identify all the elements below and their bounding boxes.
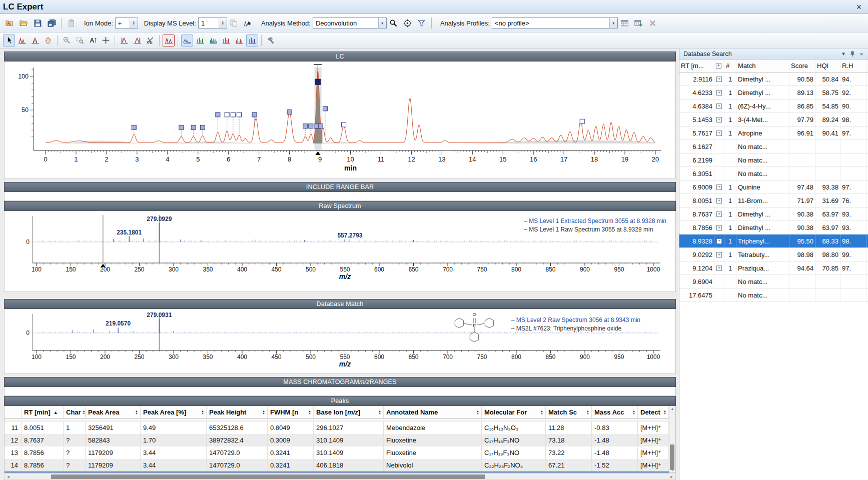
peak-marker[interactable] — [303, 124, 308, 128]
ds-col-match[interactable]: Match — [736, 60, 789, 72]
display-ms-level-combo[interactable]: 1▴▾ — [198, 18, 227, 28]
peaks-col-base-ion-m-z[interactable]: Base Ion [m/z]▲▼ — [314, 406, 384, 418]
peaks-col-peak-height[interactable]: Peak Height▲▼ — [207, 406, 268, 418]
crosshair-plus-button[interactable] — [100, 34, 112, 46]
save-all-button[interactable] — [45, 16, 58, 30]
peaks-col-mass-acc[interactable]: Mass Acc▲▼ — [592, 406, 638, 418]
select-cursor-button[interactable] — [3, 34, 15, 46]
peaks-red-button[interactable] — [16, 34, 28, 46]
db-search-row[interactable]: 2.9116+1Dimethyl ...90.5850.8494. — [679, 72, 868, 86]
peaks-col-match-sc[interactable]: Match Sc▲▼ — [546, 406, 592, 418]
spectrum-pointer-button[interactable] — [242, 16, 255, 30]
peak-start-button[interactable] — [118, 34, 130, 46]
db-search-row[interactable]: 6.2199No matc... — [679, 154, 868, 167]
peak-marker[interactable] — [314, 124, 319, 128]
copy-disabled-button[interactable] — [228, 16, 241, 30]
peaks-table-row[interactable]: 148.7856?11792093.441470729.00.3241406.1… — [5, 459, 675, 472]
bars-blue-button[interactable] — [246, 34, 258, 46]
bars-red2-button[interactable] — [233, 34, 245, 46]
expand-row-icon[interactable]: + — [716, 198, 722, 204]
db-search-row[interactable]: 5.7617+1Atropine96.9190.4197. — [679, 126, 868, 140]
db-search-row[interactable]: 9.1204+1Praziqua...94.6470.8597. — [679, 262, 868, 275]
zoom-box-button[interactable] — [74, 34, 86, 46]
db-search-row[interactable]: 8.7637+1Dimethyl ...90.3863.9793. — [679, 208, 868, 221]
peak-marker[interactable] — [216, 112, 220, 117]
search-button[interactable] — [387, 16, 400, 30]
peak-marker[interactable] — [252, 112, 257, 117]
include-range-strip[interactable] — [4, 192, 676, 201]
peaks-vertical-scrollbar[interactable]: ▲▼ — [669, 406, 675, 472]
sort-icon[interactable]: ▲▼ — [307, 410, 311, 415]
scrollbar-thumb[interactable] — [670, 444, 674, 470]
expand-row-icon[interactable]: + — [716, 212, 722, 217]
peaks-table-row[interactable]: 128.7637?5828431.7038972832.40.3009310.1… — [5, 434, 675, 446]
db-search-row[interactable]: 6.9009+1Quinine97.4893.3897. — [679, 180, 868, 194]
peak-baseline-red-button[interactable] — [29, 34, 41, 46]
sort-icon[interactable]: ▲▼ — [662, 410, 666, 415]
save-button[interactable] — [31, 16, 44, 30]
expand-all-icon[interactable]: + — [716, 63, 721, 68]
db-search-row[interactable]: 9.0292+1Tetrabuty...98.9898.8099. — [679, 248, 868, 262]
db-search-row[interactable]: 17.6475No matc... — [679, 288, 868, 302]
peak-marker[interactable] — [132, 125, 136, 130]
peak-marker[interactable] — [231, 112, 235, 117]
peak-marker[interactable] — [225, 112, 229, 117]
expand-row-icon[interactable]: + — [716, 266, 722, 271]
ds-col-hqi[interactable]: HQI — [815, 60, 840, 72]
peak-marker[interactable] — [342, 122, 346, 127]
combo-arrow-icon[interactable]: ▾ — [378, 18, 386, 28]
sort-icon[interactable]: ▲▼ — [134, 410, 138, 415]
db-search-row[interactable]: 8.0051+111-Brom...71.9731.6976. — [679, 194, 868, 208]
peaks-col-peak-area[interactable]: Peak Area▲▼ — [86, 406, 141, 418]
peak-marker[interactable] — [580, 119, 584, 124]
sort-icon[interactable]: ▲▼ — [81, 410, 86, 415]
bars-teal-button[interactable] — [207, 34, 219, 46]
peak-marker[interactable] — [287, 110, 292, 114]
lc-chromatogram-chart[interactable]: 5010001234567891011121314151617181920min — [4, 62, 676, 179]
bars-red-button[interactable] — [220, 34, 232, 46]
analysis-method-combo[interactable]: Deconvolution▾ — [313, 18, 387, 28]
scroll-right-icon[interactable]: ► — [668, 475, 675, 478]
expand-row-icon[interactable]: + — [716, 76, 722, 82]
peak-marker[interactable] — [200, 125, 205, 130]
sort-icon[interactable]: ▲▼ — [475, 410, 479, 415]
sort-icon[interactable]: ▲▼ — [585, 410, 589, 415]
expand-row-icon[interactable]: + — [716, 225, 722, 230]
db-search-row[interactable]: 6.1627No matc... — [679, 140, 868, 154]
db-search-row[interactable]: 5.1453+13-(4-Met...97.7989.2498. — [679, 113, 868, 126]
lc-plot[interactable]: 5010001234567891011121314151617181920min — [5, 62, 675, 178]
peak-marker[interactable] — [179, 125, 184, 130]
db-search-row[interactable]: 4.6384+1(6Z)-4-Hy...86.8554.8590. — [679, 100, 868, 113]
window-close-button[interactable]: × — [853, 2, 865, 12]
horizontal-scrollbar[interactable]: ◄ ► — [4, 474, 676, 480]
sort-icon[interactable]: ▲▼ — [261, 410, 265, 415]
scroll-left-icon[interactable]: ◄ — [5, 475, 12, 478]
peak-marker[interactable] — [191, 125, 196, 130]
peaks-col-detect[interactable]: Detect▲▼ — [638, 406, 669, 418]
peaks-col-char[interactable]: Char▲▼ — [64, 406, 86, 418]
scissors-button[interactable] — [144, 34, 156, 46]
ds-col-expand[interactable]: + — [714, 60, 724, 72]
ds-col-[interactable]: # — [724, 60, 736, 72]
peaks-col-peak-area[interactable]: Peak Area [%]▲▼ — [141, 406, 207, 418]
zoom-out-button[interactable] — [61, 34, 73, 46]
table-add-button[interactable] — [632, 16, 645, 30]
expand-row-icon[interactable]: + — [716, 238, 722, 244]
peaks-col-annotated-name[interactable]: Annotated Name▲▼ — [384, 406, 482, 418]
open-file-button[interactable] — [17, 16, 30, 30]
mass-ranges-strip[interactable] — [4, 387, 676, 396]
close-icon[interactable]: × — [857, 51, 866, 57]
expand-row-icon[interactable]: + — [716, 130, 722, 136]
sort-icon[interactable]: ▲▼ — [539, 410, 543, 415]
expand-row-icon[interactable]: + — [716, 184, 722, 190]
spinner-icon[interactable]: ▴▾ — [219, 18, 227, 28]
analysis-profiles-combo[interactable]: <no profile>▾ — [492, 18, 618, 28]
peaks-col-rt-min[interactable]: RT [min]▲ — [22, 406, 64, 418]
paste-disabled-button[interactable] — [65, 16, 78, 30]
database-match-chart[interactable]: 0219.0570279.093110015020025030035040045… — [4, 309, 676, 374]
scrollbar-track[interactable] — [12, 474, 668, 480]
sort-icon[interactable]: ▲▼ — [377, 410, 381, 415]
tools-hammer-button[interactable] — [265, 34, 277, 46]
peak-marker[interactable] — [323, 106, 327, 111]
sort-icon[interactable]: ▲▼ — [200, 410, 204, 415]
